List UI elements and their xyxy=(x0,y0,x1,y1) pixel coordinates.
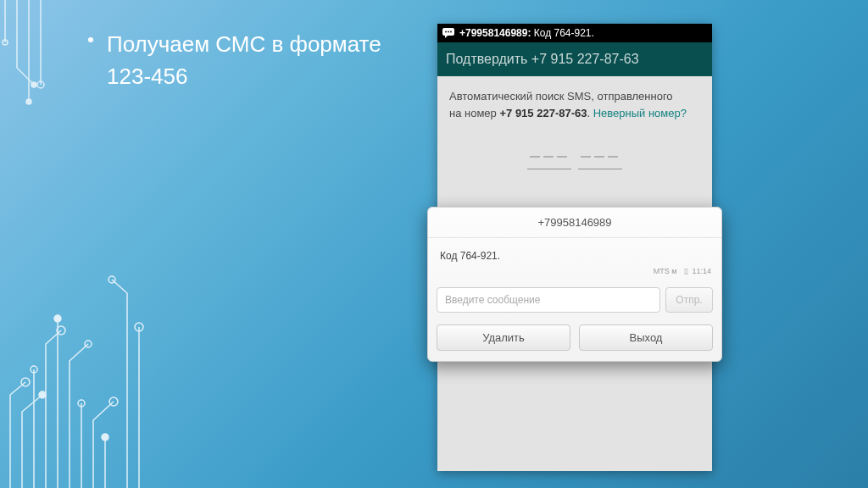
svg-point-3 xyxy=(26,99,31,104)
svg-point-23 xyxy=(450,31,452,33)
popup-message: Код 764-921. xyxy=(428,238,721,267)
verification-body: Автоматический поиск SMS, отправленного … xyxy=(437,76,712,121)
circuit-decoration-bottom-left xyxy=(0,268,153,488)
statusbar-message-preview: Код 764-921. xyxy=(534,27,594,39)
svg-point-5 xyxy=(31,82,36,87)
phone-screenshot: +79958146989: Код 764-921. Подтвердить +… xyxy=(437,24,712,471)
sms-notification-icon xyxy=(442,28,454,38)
status-bar: +79958146989: Код 764-921. xyxy=(437,24,712,42)
svg-point-22 xyxy=(448,31,449,33)
svg-point-8 xyxy=(21,378,30,386)
body-phone: +7 915 227-87-63 xyxy=(499,107,587,119)
svg-point-13 xyxy=(85,341,92,347)
code-dashes-left: ‒‒‒ xyxy=(527,145,571,169)
delete-button[interactable]: Удалить xyxy=(437,324,570,351)
svg-point-15 xyxy=(109,397,118,406)
app-bar-title: Подтвердить +7 915 227-87-63 xyxy=(446,52,639,67)
wrong-number-link[interactable]: Неверный номер? xyxy=(593,107,687,119)
svg-point-16 xyxy=(102,434,108,441)
svg-point-10 xyxy=(31,366,37,373)
bullet-dot-icon xyxy=(88,37,93,42)
code-input-placeholder[interactable]: ‒‒‒ ‒‒‒ xyxy=(437,145,712,169)
popup-sender: +79958146989 xyxy=(428,208,721,238)
popup-input-row: Введите сообщение Отпр. xyxy=(428,282,721,318)
slide-background: Получаем СМС в формате 123-456 +79958146… xyxy=(0,0,868,488)
code-dashes-right: ‒‒‒ xyxy=(578,145,622,169)
popup-meta: MTS м ▯ 11:14 xyxy=(428,267,721,282)
svg-point-4 xyxy=(37,81,44,88)
popup-button-row: Удалить Выход xyxy=(428,318,721,361)
body-line-1: Автоматический поиск SMS, отправленного xyxy=(449,90,673,103)
circuit-decoration-top-left xyxy=(0,0,102,119)
svg-point-12 xyxy=(54,315,61,322)
bullet-text: Получаем СМС в формате 123-456 xyxy=(88,29,410,92)
svg-point-17 xyxy=(108,276,115,283)
sim-icon: ▯ xyxy=(682,267,690,275)
exit-button[interactable]: Выход xyxy=(579,324,713,351)
slide-bullet: Получаем СМС в формате 123-456 xyxy=(88,29,410,92)
svg-point-21 xyxy=(445,31,447,33)
statusbar-sender: +79958146989: xyxy=(459,27,531,39)
body-line-2a: на номер xyxy=(449,107,499,119)
sms-popup: +79958146989 Код 764-921. MTS м ▯ 11:14 … xyxy=(427,207,722,362)
svg-point-14 xyxy=(78,400,85,407)
send-button[interactable]: Отпр. xyxy=(665,287,713,313)
popup-carrier: MTS м xyxy=(654,267,677,275)
app-bar: Подтвердить +7 915 227-87-63 xyxy=(437,42,712,76)
svg-point-18 xyxy=(135,323,143,331)
svg-point-7 xyxy=(3,40,8,45)
popup-time: 11:14 xyxy=(692,267,711,275)
svg-point-9 xyxy=(39,391,46,398)
body-dot: . xyxy=(587,107,593,119)
message-input[interactable]: Введите сообщение xyxy=(437,287,660,313)
svg-point-11 xyxy=(57,326,65,335)
